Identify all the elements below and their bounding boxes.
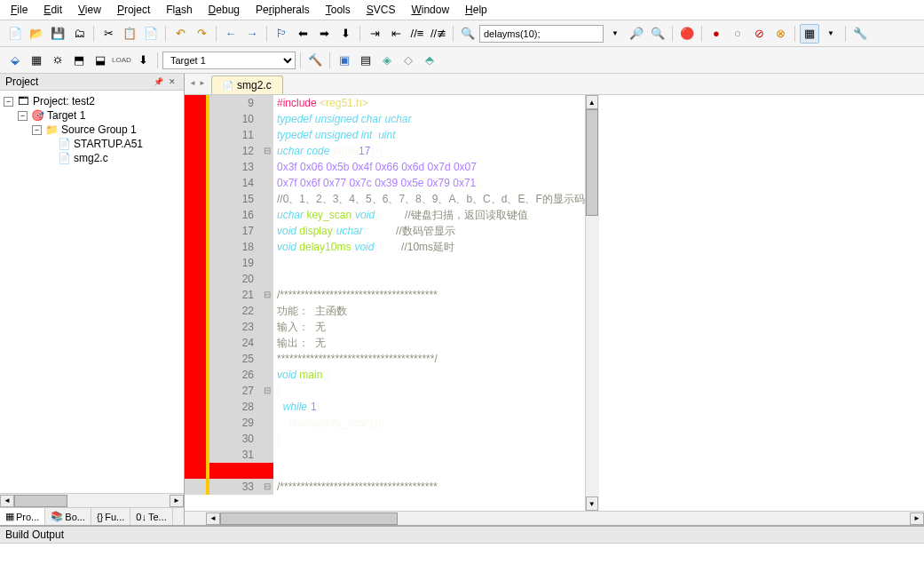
tree-file-smg2[interactable]: 📄 smg2.c (2, 151, 182, 165)
find-in-files-icon[interactable]: 🔍 (458, 24, 478, 44)
target-select[interactable]: Target 1 (162, 52, 296, 69)
new-file-icon[interactable]: 📄 (5, 24, 25, 44)
search-dropdown-icon[interactable]: ▼ (605, 24, 625, 44)
menu-project[interactable]: Project (110, 2, 157, 18)
tab-next-icon[interactable]: ► (198, 76, 207, 89)
code-line[interactable]: 19 (185, 255, 585, 271)
target-options-icon[interactable]: 🔨 (305, 51, 325, 70)
scroll-right-icon[interactable]: ► (170, 495, 184, 507)
tree-toggle-icon[interactable]: − (4, 97, 13, 107)
tree-target[interactable]: − 🎯 Target 1 (2, 108, 182, 123)
tab-project[interactable]: ▦Pro... (0, 508, 45, 525)
code-line[interactable]: 31 (185, 447, 585, 463)
layout-dropdown-icon[interactable]: ▼ (821, 24, 841, 44)
select-pack-icon[interactable]: ◇ (399, 51, 418, 70)
pack-installer-icon[interactable]: ⬘ (420, 51, 439, 70)
download-icon[interactable]: ⬇ (133, 51, 153, 70)
breakpoint-kill-icon[interactable]: ⊗ (770, 24, 790, 44)
scroll-right-icon[interactable]: ► (910, 512, 924, 525)
hscroll-thumb[interactable] (220, 512, 398, 525)
code-line[interactable]: 18void delay10ms(void); //10ms延时 (185, 239, 585, 255)
code-line[interactable]: 22功能： 主函数 (185, 303, 585, 319)
undo-icon[interactable]: ↶ (170, 24, 190, 44)
tab-prev-icon[interactable]: ◄ (188, 76, 197, 89)
build-icon[interactable]: ▦ (27, 51, 46, 70)
menu-file[interactable]: File (4, 2, 35, 18)
manage-icon[interactable]: ▤ (356, 51, 375, 70)
debug-icon[interactable]: 🔴 (677, 24, 697, 44)
outdent-icon[interactable]: ⇤ (386, 24, 406, 44)
scroll-left-icon[interactable]: ◄ (206, 512, 220, 525)
incremental-find-icon[interactable]: 🔍 (648, 24, 667, 44)
code-line[interactable]: 15//0、1、2、3、4、5、6、7、8、9、A、b、C、d、E、F的显示码 (185, 191, 585, 207)
menu-svcs[interactable]: SVCS (359, 2, 403, 18)
bookmark-icon[interactable]: 🏳 (272, 24, 291, 44)
breakpoint-enable-icon[interactable]: ○ (728, 24, 747, 44)
tree-project-root[interactable]: − 🗔 Project: test2 (2, 94, 182, 108)
paste-icon[interactable]: 📄 (141, 24, 161, 44)
menu-peripherals[interactable]: Peripherals (249, 2, 317, 18)
code-line[interactable]: 29 display(key_scan()); (185, 415, 585, 431)
save-icon[interactable]: 💾 (48, 24, 67, 44)
project-tree[interactable]: − 🗔 Project: test2 − 🎯 Target 1 − 📁 Sour… (0, 91, 184, 493)
code-line[interactable]: 11typedef unsigned int uint; (185, 127, 585, 143)
search-input[interactable] (479, 25, 604, 43)
tab-books[interactable]: 📚Bo... (45, 508, 91, 525)
nav-forward-icon[interactable]: → (242, 24, 262, 44)
code-line[interactable]: 12⊟uchar code table[17]={ (185, 143, 585, 159)
code-line[interactable]: 32 (185, 463, 585, 479)
tree-source-group[interactable]: − 📁 Source Group 1 (2, 123, 182, 137)
tab-templates[interactable]: 0↓Te... (130, 508, 172, 525)
build-all-icon[interactable]: ⬒ (69, 51, 89, 70)
tab-functions[interactable]: {}Fu... (91, 508, 130, 525)
code-editor[interactable]: 9#include <reg51.h>10typedef unsigned ch… (185, 95, 924, 511)
code-line[interactable]: 26void main() (185, 367, 585, 383)
code-line[interactable]: 21⊟/************************************… (185, 287, 585, 303)
scroll-thumb[interactable] (14, 495, 67, 507)
nav-back-icon[interactable]: ← (221, 24, 241, 44)
editor-vscroll[interactable]: ▲ ▼ (585, 95, 599, 511)
find-icon[interactable]: 🔎 (627, 24, 646, 44)
vscroll-thumb[interactable] (586, 109, 598, 216)
stop-build-icon[interactable]: LOAD (112, 51, 131, 70)
menu-edit[interactable]: Edit (36, 2, 69, 18)
code-line[interactable]: 25**************************************… (185, 351, 585, 367)
panel-close-icon[interactable]: ✕ (166, 75, 178, 88)
menu-debug[interactable]: Debug (201, 2, 247, 18)
tree-toggle-icon[interactable]: − (32, 125, 42, 135)
code-line[interactable]: 28 while(1) (185, 399, 585, 415)
code-line[interactable]: 9#include <reg51.h> (185, 95, 585, 111)
editor-tab-smg2[interactable]: 📄 smg2.c (211, 75, 283, 94)
save-all-icon[interactable]: 🗂 (69, 24, 89, 44)
code-line[interactable]: 33⊟/************************************… (185, 479, 585, 495)
breakpoint-disable-icon[interactable]: ⊘ (749, 24, 769, 44)
code-line[interactable]: 27⊟{ (185, 383, 585, 399)
open-file-icon[interactable]: 📂 (27, 24, 46, 44)
scroll-left-icon[interactable]: ◄ (0, 495, 14, 507)
bookmark-clear-icon[interactable]: ⬇ (336, 24, 355, 44)
code-line[interactable]: 24输出： 无 (185, 335, 585, 351)
bookmark-prev-icon[interactable]: ⬅ (293, 24, 312, 44)
code-line[interactable]: 20 (185, 271, 585, 287)
bookmark-next-icon[interactable]: ➡ (314, 24, 334, 44)
rebuild-icon[interactable]: ⛭ (48, 51, 67, 70)
editor-hscroll[interactable]: ◄ ► (185, 511, 924, 525)
menu-window[interactable]: Window (404, 2, 456, 18)
project-hscroll[interactable]: ◄ ► (0, 493, 184, 507)
indent-icon[interactable]: ⇥ (365, 24, 384, 44)
code-line[interactable]: 23输入： 无 (185, 319, 585, 335)
scroll-down-icon[interactable]: ▼ (586, 497, 598, 511)
tree-toggle-icon[interactable]: − (18, 111, 28, 121)
panel-pin-icon[interactable]: 📌 (152, 75, 164, 88)
code-line[interactable]: 16uchar key_scan(void); //键盘扫描，返回读取键值 (185, 207, 585, 223)
redo-icon[interactable]: ↷ (192, 24, 211, 44)
file-ext-icon[interactable]: ▣ (335, 51, 354, 70)
breakpoint-insert-icon[interactable]: ● (707, 24, 726, 44)
uncomment-icon[interactable]: //≢ (429, 24, 448, 44)
scroll-up-icon[interactable]: ▲ (586, 95, 598, 109)
menu-flash[interactable]: Flash (159, 2, 199, 18)
window-layout-icon[interactable]: ▦ (800, 24, 819, 44)
comment-icon[interactable]: //≡ (407, 24, 427, 44)
tree-file-startup[interactable]: 📄 STARTUP.A51 (2, 137, 182, 151)
translate-icon[interactable]: ⬙ (5, 51, 25, 70)
